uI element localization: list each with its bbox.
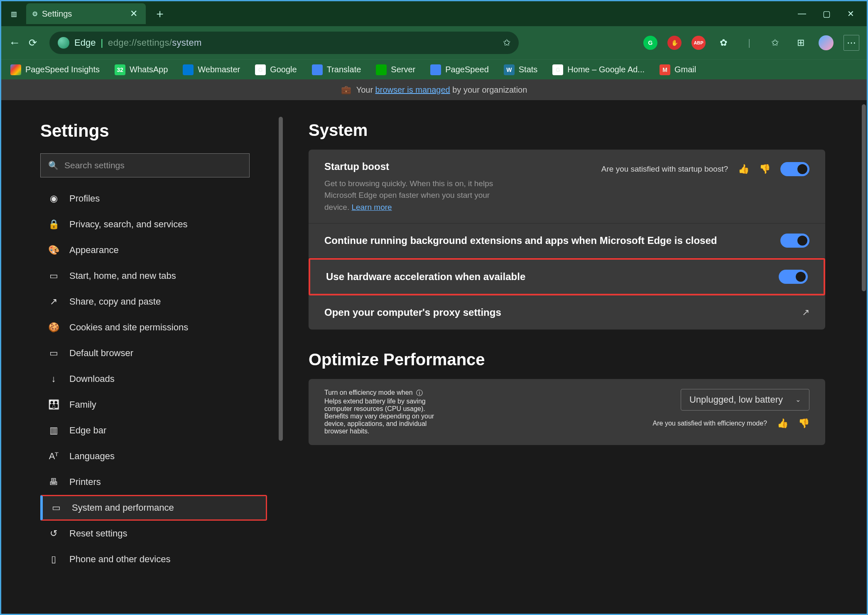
efficiency-feedback-label: Are you satisfied with efficiency mode? (653, 420, 767, 427)
bookmark-icon: W (504, 64, 515, 75)
new-tab-button[interactable]: ＋ (154, 6, 166, 22)
sidebar-item[interactable]: ▥Edge bar (40, 418, 267, 443)
sidebar-item[interactable]: 🎨Appearance (40, 237, 267, 263)
sidebar-item-icon: 🍪 (48, 322, 59, 333)
bookmark-item[interactable]: Webmaster (183, 64, 240, 75)
row-proxy-settings[interactable]: Open your computer's proxy settings ↗ (309, 295, 825, 330)
favorites-icon[interactable]: ✩ (767, 35, 783, 51)
sidebar-item-label: Edge bar (69, 425, 106, 436)
sidebar-item-icon: ▭ (48, 348, 59, 359)
startup-title: Startup boost (324, 160, 593, 174)
sidebar-item[interactable]: ↗Share, copy and paste (40, 289, 267, 315)
sidebar-item[interactable]: ▭Default browser (40, 340, 267, 366)
sidebar-item-icon: 🎨 (48, 245, 59, 256)
sidebar-item[interactable]: ↓Downloads (40, 366, 267, 392)
extensions-icon[interactable]: ✿ (716, 35, 731, 51)
sidebar-item-label: Privacy, search, and services (69, 219, 187, 230)
bookmark-icon: G (255, 64, 266, 75)
sidebar-item-label: System and performance (72, 502, 174, 513)
main-scrollbar[interactable] (862, 104, 866, 291)
bookmark-item[interactable]: 32WhatsApp (115, 64, 168, 75)
bookmark-icon (430, 64, 441, 75)
bookmark-icon (312, 64, 323, 75)
sidebar-item[interactable]: 🍪Cookies and site permissions (40, 315, 267, 340)
row-startup-boost: Startup boost Get to browsing quickly. W… (309, 150, 825, 224)
sidebar-item-icon: ◉ (48, 193, 59, 204)
thumbs-down-icon[interactable]: 👎 (759, 164, 770, 175)
learn-more-link[interactable]: Learn more (351, 203, 392, 212)
sidebar-item-icon: ▭ (50, 502, 62, 513)
bookmark-item[interactable]: Server (376, 64, 415, 75)
bookmark-item[interactable]: GHome – Google Ad... (552, 64, 645, 75)
thumbs-up-icon[interactable]: 👍 (777, 418, 788, 429)
sidebar-item[interactable]: AᵀLanguages (40, 443, 267, 469)
efficiency-mode-dropdown[interactable]: Unplugged, low battery ⌄ (681, 389, 809, 411)
sidebar-item-label: Downloads (69, 374, 115, 384)
sidebar-title: Settings (40, 121, 267, 141)
search-icon: 🔍 (48, 160, 59, 170)
sidebar-item[interactable]: ▯Phone and other devices (40, 546, 267, 572)
bookmark-label: WhatsApp (130, 65, 168, 74)
sidebar-item[interactable]: 🖶Printers (40, 469, 267, 495)
bookmark-label: PageSpeed Insights (25, 65, 100, 74)
search-input[interactable] (64, 160, 242, 170)
edge-icon (58, 37, 69, 49)
managed-link[interactable]: browser is managed (375, 85, 450, 94)
sidebar-item-label: Family (69, 399, 96, 410)
hardware-acceleration-toggle[interactable] (779, 270, 808, 284)
sidebar-item[interactable]: ▭System and performance (40, 495, 267, 521)
sidebar-scrollbar[interactable] (279, 117, 283, 441)
sidebar-item[interactable]: 👪Family (40, 392, 267, 418)
more-menu-button[interactable]: ⋯ (843, 35, 859, 51)
startup-boost-toggle[interactable] (780, 162, 809, 176)
sidebar-item[interactable]: ↺Reset settings (40, 521, 267, 546)
back-button[interactable]: ← (9, 36, 20, 49)
address-bar[interactable]: Edge | edge://settings/system ✩ (49, 32, 519, 54)
minimize-button[interactable]: — (798, 9, 806, 19)
sidebar-item-icon: ▥ (48, 425, 59, 436)
settings-sidebar: Settings 🔍 ◉Profiles🔒Privacy, search, an… (1, 100, 284, 614)
close-tab-icon[interactable]: ✕ (130, 8, 137, 19)
bookmark-item[interactable]: PageSpeed Insights (10, 64, 100, 75)
sidebar-item[interactable]: ◉Profiles (40, 186, 267, 212)
bookmark-item[interactable]: GGoogle (255, 64, 297, 75)
bookmarks-bar: PageSpeed Insights32WhatsAppWebmasterGGo… (1, 59, 867, 79)
bookmark-item[interactable]: PageSpeed (430, 64, 489, 75)
search-settings[interactable]: 🔍 (40, 153, 250, 177)
startup-feedback-label: Are you satisfied with startup boost? (601, 165, 728, 174)
sidebar-item-label: Default browser (69, 348, 133, 359)
close-window-button[interactable]: ✕ (847, 9, 854, 19)
profile-avatar[interactable] (819, 35, 834, 50)
sidebar-item[interactable]: ▭Start, home, and new tabs (40, 263, 267, 289)
browser-tab[interactable]: ⚙ Settings ✕ (26, 3, 146, 24)
bookmark-item[interactable]: MGmail (660, 64, 696, 75)
sidebar-item-label: Printers (69, 477, 101, 487)
edge-label: Edge (74, 37, 96, 48)
thumbs-down-icon[interactable]: 👎 (798, 418, 809, 429)
collections-icon[interactable]: ⊞ (793, 35, 809, 51)
sidebar-item-label: Start, home, and new tabs (69, 271, 176, 281)
sidebar-item-label: Share, copy and paste (69, 296, 161, 307)
tab-view-icon[interactable]: ▥ (5, 5, 22, 22)
bookmark-item[interactable]: WStats (504, 64, 538, 75)
bookmark-label: Webmaster (198, 65, 240, 74)
sidebar-item-icon: 👪 (48, 399, 59, 410)
thumbs-up-icon[interactable]: 👍 (738, 164, 749, 175)
refresh-button[interactable]: ⟳ (29, 37, 37, 49)
info-icon[interactable]: ⓘ (416, 389, 423, 398)
bookmark-item[interactable]: Translate (312, 64, 361, 75)
grammarly-icon[interactable]: G (643, 36, 657, 50)
maximize-button[interactable]: ▢ (823, 9, 831, 19)
background-apps-toggle[interactable] (780, 234, 809, 248)
sidebar-item[interactable]: 🔒Privacy, search, and services (40, 212, 267, 237)
favorite-icon[interactable]: ✩ (503, 37, 510, 48)
row-background-apps: Continue running background extensions a… (309, 224, 825, 258)
sidebar-item-icon: 🖶 (48, 477, 59, 487)
abp-icon[interactable]: ABP (691, 36, 706, 50)
bookmark-label: Server (391, 65, 415, 74)
titlebar: ▥ ⚙ Settings ✕ ＋ — ▢ ✕ (1, 1, 867, 26)
ublock-icon[interactable]: ✋ (667, 36, 682, 50)
sidebar-item-label: Appearance (69, 245, 119, 256)
row-efficiency-mode: Turn on efficiency mode when ⓘ Helps ext… (309, 379, 825, 445)
toolbar: ← ⟳ Edge | edge://settings/system ✩ G ✋ … (1, 26, 867, 59)
